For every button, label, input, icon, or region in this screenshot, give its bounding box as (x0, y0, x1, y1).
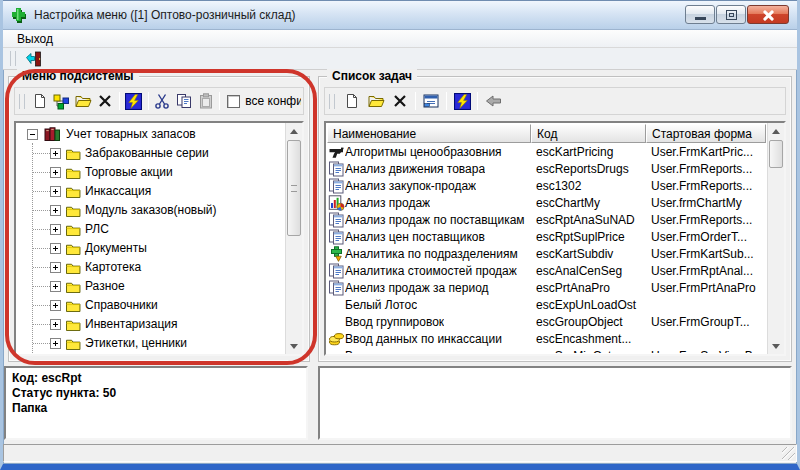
no-icon (328, 314, 345, 330)
tree-item[interactable]: Документы (17, 239, 284, 258)
report-icon (328, 280, 345, 296)
scrollbar-thumb[interactable] (287, 140, 301, 236)
form-icon (423, 93, 439, 109)
toolbar-grip[interactable] (10, 51, 16, 66)
expand-icon[interactable] (50, 300, 61, 311)
cut-button[interactable] (152, 91, 174, 112)
table-row[interactable]: Анализ цен поставщиков escRptSuplPrice U… (327, 228, 766, 245)
new-item-icon (32, 93, 48, 109)
tree-item[interactable]: Инвентаризация (17, 315, 284, 334)
new-item-button[interactable] (30, 91, 52, 112)
table-row[interactable]: Анализ движения товара escReportsDrugs U… (327, 160, 766, 177)
toolbar-grip[interactable] (19, 94, 25, 109)
tree-item[interactable]: Этикетки, ценники (17, 334, 284, 353)
new-task-button[interactable] (340, 91, 364, 112)
tree-list: Учет товарных запасов Забракованные сери… (17, 125, 284, 353)
column-header-name[interactable]: Наименование (327, 124, 531, 143)
tree-item[interactable]: Торговые акции (17, 163, 284, 182)
table-row[interactable]: Белый Лотос escExpUnLoadOst (327, 296, 766, 313)
new-branch-button[interactable] (51, 91, 73, 112)
copy-button[interactable] (173, 91, 195, 112)
task-info-panel (318, 366, 792, 440)
tree-item[interactable]: Забракованные серии (17, 144, 284, 163)
table-row[interactable]: Аналитика по подразделениям escKartSubdi… (327, 245, 766, 262)
expand-icon[interactable] (50, 224, 61, 235)
back-button[interactable] (481, 91, 505, 112)
root-menu-icon (43, 126, 61, 142)
table-row[interactable]: Анелиз продаж за период escPrtAnaPro Use… (327, 279, 766, 296)
tree-item[interactable]: Картотека (17, 258, 284, 277)
report-icon (328, 263, 345, 279)
column-header-form[interactable]: Стартовая форма (646, 124, 766, 143)
paste-button[interactable] (195, 91, 217, 112)
all-configs-checkbox[interactable] (227, 95, 240, 108)
table-scrollbar[interactable] (767, 123, 784, 354)
table-row[interactable]: Ввод и корректировка минима escSprMinOst… (327, 347, 766, 353)
table-row[interactable]: Анализ продаж escChartMy User.frmChartMy (327, 194, 766, 211)
lightning-icon (125, 93, 142, 110)
tree-item[interactable]: Разное (17, 277, 284, 296)
maximize-button[interactable] (716, 5, 746, 24)
no-icon (328, 297, 345, 313)
table-row[interactable]: Аналитика стоимостей продаж escAnalCenSe… (327, 262, 766, 279)
run-button[interactable] (123, 91, 145, 112)
scroll-up-button[interactable] (768, 123, 784, 139)
scrollbar-thumb[interactable] (769, 140, 783, 168)
table-row[interactable]: Анализ закупок-продаж esc1302 User.FrmRe… (327, 177, 766, 194)
menu-item-exit[interactable]: Выход (12, 31, 58, 47)
table-row[interactable]: Ввод группировок escGroupObject User.Frm… (327, 313, 766, 330)
open-button[interactable] (73, 91, 95, 112)
scroll-down-button[interactable] (768, 338, 784, 354)
exit-door-icon (25, 51, 42, 67)
tree-scrollbar[interactable] (285, 123, 302, 354)
expand-icon[interactable] (50, 167, 61, 178)
panel-title-tasks: Список задач (327, 69, 417, 83)
open-folder-icon (368, 93, 385, 109)
toolbar-separator (148, 92, 149, 110)
expand-icon[interactable] (50, 243, 61, 254)
tree-item[interactable]: Модуль заказов(новый) (17, 201, 284, 220)
tree-item[interactable]: Инкассация (17, 182, 284, 201)
exit-button[interactable] (21, 48, 45, 69)
panel-title-subsystem: Меню подсистемы (17, 69, 139, 83)
tree-item[interactable]: Справочники (17, 296, 284, 315)
form-button[interactable] (419, 91, 443, 112)
tree-root[interactable]: Учет товарных запасов (17, 125, 284, 144)
resize-grip[interactable] (782, 447, 795, 460)
tree-item[interactable]: РЛС (17, 220, 284, 239)
tasks-table: Наименование Код Стартовая форма Алгорит… (324, 121, 786, 356)
collapse-icon[interactable] (27, 129, 38, 140)
run-task-button[interactable] (450, 91, 474, 112)
delete-button[interactable] (94, 91, 116, 112)
close-icon (762, 9, 774, 21)
expand-icon[interactable] (50, 205, 61, 216)
table-row[interactable]: Анализ продаж по поставщикам escRptAnaSu… (327, 211, 766, 228)
folder-icon (65, 166, 81, 179)
toolbar-separator (119, 92, 120, 110)
expand-icon[interactable] (50, 186, 61, 197)
tasks-panel: Список задач Наименование Код Стартовая … (318, 76, 792, 362)
column-header-code[interactable]: Код (531, 124, 646, 143)
expand-icon[interactable] (50, 148, 61, 159)
expand-icon[interactable] (50, 338, 61, 349)
table-row[interactable]: Алгоритмы ценообразовния escKartPricing … (327, 143, 766, 160)
green-cross-icon (11, 7, 27, 23)
expand-icon[interactable] (50, 262, 61, 273)
expand-icon[interactable] (50, 319, 61, 330)
report-icon (328, 178, 345, 194)
titlebar[interactable]: Настройка меню ([1] Оптово-розничный скл… (3, 0, 797, 30)
all-configs-label: все конфиг (245, 94, 301, 108)
minimize-button[interactable] (685, 5, 715, 24)
table-body: Алгоритмы ценообразовния escKartPricing … (327, 143, 766, 353)
expand-icon[interactable] (50, 281, 61, 292)
scroll-up-button[interactable] (286, 123, 302, 139)
table-row[interactable]: Ввод данных по инкассации escEncashment.… (327, 330, 766, 347)
toolbar-grip[interactable] (329, 94, 335, 109)
no-icon (328, 348, 345, 354)
scroll-down-button[interactable] (286, 338, 302, 354)
pricing-icon (328, 144, 345, 160)
close-button[interactable] (747, 5, 789, 24)
delete-task-button[interactable] (388, 91, 412, 112)
open-task-button[interactable] (364, 91, 388, 112)
folder-icon (65, 223, 81, 236)
